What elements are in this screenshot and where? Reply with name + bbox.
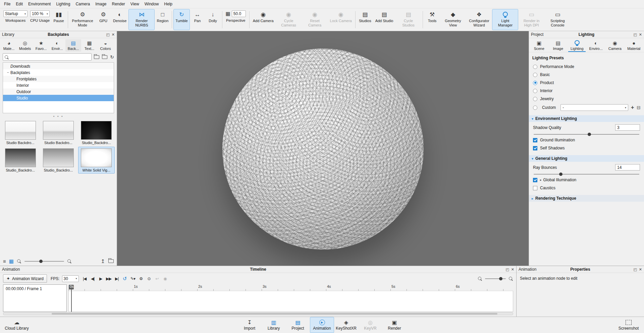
record-icon[interactable]: ◉: [162, 275, 169, 282]
playhead-line[interactable]: [71, 289, 72, 312]
float-panel-icon[interactable]: ◰: [505, 267, 509, 272]
project-tab[interactable]: ● Material: [625, 39, 643, 52]
backplate-thumbnail[interactable]: Studio_Backdro...: [40, 147, 76, 174]
motion-ease-icon[interactable]: ⊙: [146, 275, 153, 282]
library-search-input[interactable]: [3, 53, 92, 61]
perspective-value-field[interactable]: 50.0: [232, 10, 246, 17]
flatten-animations-icon[interactable]: ✎▾: [129, 275, 137, 282]
dock-button[interactable]: ▶ Animation: [310, 317, 334, 333]
float-panel-icon[interactable]: ◰: [106, 32, 109, 37]
toolbar-button[interactable]: ⚙ Performance Mode: [69, 9, 96, 30]
refresh-icon[interactable]: ↻: [110, 54, 114, 60]
shadow-quality-field[interactable]: 3: [615, 124, 640, 131]
previous-frame-icon[interactable]: ◀|: [89, 275, 96, 282]
shadow-quality-slider[interactable]: [534, 134, 639, 135]
radio-icon[interactable]: [533, 106, 537, 110]
library-tab[interactable]: ▤ Back...: [65, 39, 81, 52]
animation-wizard-button[interactable]: ✦ Animation Wizard: [3, 274, 47, 283]
menu-item[interactable]: Camera: [73, 1, 93, 7]
library-tab[interactable]: ◐ Envir...: [49, 39, 65, 52]
library-tab[interactable]: ◕ Mate...: [1, 39, 17, 52]
float-panel-icon[interactable]: ◰: [633, 267, 637, 272]
realtime-viewport[interactable]: [117, 31, 529, 266]
menu-item[interactable]: View: [128, 1, 142, 7]
zoom-out-icon[interactable]: [478, 276, 482, 281]
lighting-preset-radio[interactable]: Product: [529, 79, 644, 87]
open-folder-icon[interactable]: [108, 259, 114, 263]
toolbar-button[interactable]: ❖ Configurator Wizard: [466, 9, 492, 30]
toolbar-button[interactable]: ↔ Pan: [190, 9, 205, 30]
dock-button[interactable]: ◈ KeyShotXR: [334, 317, 358, 333]
environment-lighting-section-header[interactable]: ▾ Environment Lighting: [529, 115, 644, 122]
animation-settings-icon[interactable]: ⚙: [138, 275, 145, 282]
project-tab[interactable]: ▤ Image: [549, 39, 567, 52]
toolbar-button[interactable]: ◉ Reset Camera: [302, 9, 328, 30]
dock-button[interactable]: ▥ Library: [262, 317, 286, 333]
tree-expander-icon[interactable]: −: [6, 71, 10, 74]
toolbar-button[interactable]: ↓ Dolly: [205, 9, 221, 30]
toolbar-button[interactable]: ◉ Cycle Cameras: [276, 9, 302, 30]
toolbar-button[interactable]: ▭ Render in High DPI: [518, 9, 544, 30]
toolbar-button[interactable]: ▤ Studios: [357, 9, 373, 30]
zoom-in-icon[interactable]: [67, 259, 72, 264]
tree-item[interactable]: Interior: [3, 82, 114, 88]
checkbox-row[interactable]: Self Shadows: [529, 144, 644, 152]
add-preset-icon[interactable]: +: [630, 105, 635, 111]
menu-item[interactable]: Render: [109, 1, 128, 7]
loop-icon[interactable]: ↺: [121, 275, 128, 282]
timeline-ruler-area[interactable]: 0s1s2s3s4s5s6s: [68, 284, 513, 312]
toolbar-button[interactable]: ◆ Geometry View: [440, 9, 466, 30]
float-panel-icon[interactable]: ◰: [633, 32, 637, 37]
project-tab[interactable]: ▣ Scene: [530, 39, 548, 52]
grid-view-icon[interactable]: ▦: [9, 258, 14, 264]
backplate-thumbnail[interactable]: Studio_Backdro...: [78, 119, 115, 146]
tree-item[interactable]: Outdoor: [3, 88, 114, 95]
toolbar-button[interactable]: ⚙ GPU: [96, 9, 111, 30]
scrollbar-handle[interactable]: [52, 313, 497, 315]
menu-item[interactable]: Image: [93, 1, 109, 7]
tree-item[interactable]: Frontplates: [3, 76, 114, 82]
undo-icon[interactable]: ↩: [154, 275, 161, 282]
workspaces-select[interactable]: Startup ▾ Workspaces: [2, 9, 29, 30]
cloud-library-button[interactable]: ☁ Cloud Library: [3, 317, 31, 333]
tree-item[interactable]: − Backplates: [3, 69, 114, 76]
checkbox-row[interactable]: ▸ Global Illumination: [529, 176, 644, 184]
screenshot-button[interactable]: Screenshot: [616, 317, 641, 333]
fast-forward-icon[interactable]: ▶▶: [105, 275, 112, 282]
thumbnail-size-slider[interactable]: [24, 261, 64, 262]
cpu-usage-select[interactable]: 100 % ▾ CPU Usage: [29, 9, 51, 30]
lighting-preset-radio[interactable]: Basic: [529, 71, 644, 79]
zoom-in-icon[interactable]: [508, 276, 513, 281]
menu-item[interactable]: Edit: [13, 1, 25, 7]
project-tab[interactable]: ◐ Enviro...: [587, 39, 605, 52]
menu-item[interactable]: Window: [142, 1, 162, 7]
ray-bounces-field[interactable]: 14: [615, 164, 640, 171]
toolbar-button[interactable]: Light Manager: [492, 9, 518, 30]
menu-item[interactable]: Environment: [25, 1, 53, 7]
delete-preset-icon[interactable]: ⊟: [637, 105, 641, 110]
library-tab[interactable]: ★ Favo...: [33, 39, 49, 52]
menu-item[interactable]: Help: [161, 1, 175, 7]
checkbox-row[interactable]: Caustics: [529, 184, 644, 192]
dock-button[interactable]: ▣ Render: [382, 317, 407, 333]
toolbar-button[interactable]: ⋈ Render NURBS: [128, 9, 155, 30]
list-view-icon[interactable]: ≡: [3, 258, 6, 264]
viewport-object-sphere[interactable]: [222, 49, 424, 250]
next-frame-icon[interactable]: ▶|: [113, 275, 120, 282]
project-tab[interactable]: ◉ Camera: [606, 39, 624, 52]
backplate-thumbnail[interactable]: Studio_Backdro...: [2, 147, 39, 174]
tree-item[interactable]: Studio: [3, 95, 114, 101]
panel-splitter-handle[interactable]: ● ● ●: [0, 114, 117, 119]
fps-select[interactable]: 30 ▾: [62, 275, 79, 282]
close-panel-icon[interactable]: ✕: [511, 267, 514, 272]
toolbar-button[interactable]: ▮▮ Pause: [51, 9, 66, 30]
rendering-technique-section-header[interactable]: ▸ Rendering Technique: [529, 195, 644, 202]
library-tab[interactable]: ◒ Colors: [98, 39, 113, 52]
dock-button[interactable]: ↧ Import: [237, 317, 262, 333]
menu-item[interactable]: Lighting: [53, 1, 73, 7]
custom-preset-select[interactable]: - ▾: [560, 104, 628, 111]
menu-item[interactable]: File: [1, 1, 13, 7]
backplate-thumbnail[interactable]: Studio Backdro...: [2, 119, 39, 146]
close-panel-icon[interactable]: ✕: [112, 32, 115, 37]
toolbar-button[interactable]: ▤ Cycle Studios: [395, 9, 421, 30]
